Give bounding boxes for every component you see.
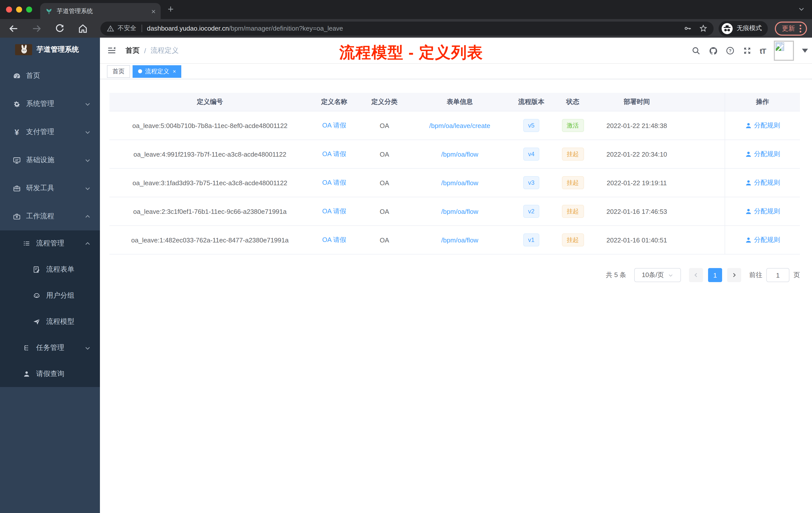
avatar[interactable]: [774, 41, 794, 61]
incognito-badge: 无痕模式: [719, 21, 768, 36]
form-link[interactable]: /bpm/oa/flow: [441, 236, 478, 244]
minimize-window-button[interactable]: [16, 6, 22, 12]
close-window-button[interactable]: [6, 6, 12, 12]
sidebar-item-process-model[interactable]: 流程模型: [0, 309, 100, 335]
sidebar-item-process-form[interactable]: 流程表单: [0, 256, 100, 282]
svg-text:?: ?: [729, 48, 731, 53]
form-link[interactable]: /bpm/oa/leave/create: [429, 122, 490, 129]
briefcase-icon: [12, 212, 21, 221]
sidebar-item-workflow[interactable]: 工作流程: [0, 202, 100, 231]
assign-rule-button[interactable]: 分配规则: [745, 150, 780, 159]
tag-close-icon[interactable]: ×: [173, 68, 176, 74]
url-text[interactable]: dashboard.yudao.iocoder.cn/bpm/manager/d…: [147, 25, 678, 32]
address-bar[interactable]: 不安全 dashboard.yudao.iocoder.cn/bpm/manag…: [100, 21, 714, 35]
security-label[interactable]: 不安全: [117, 24, 136, 33]
favicon-icon: [45, 7, 53, 15]
window-controls: [0, 6, 39, 12]
kebab-menu-icon[interactable]: [800, 24, 802, 32]
workflow-submenu: 流程管理 流程表单: [0, 231, 100, 387]
definition-id: oa_leave:1:482ec033-762a-11ec-8477-a2380…: [110, 236, 310, 244]
column-header: 定义分类: [358, 97, 411, 107]
assign-rule-button[interactable]: 分配规则: [745, 207, 780, 216]
sidebar-item-system[interactable]: 系统管理: [0, 90, 100, 118]
page-content: 定义编号 定义名称 定义分类 表单信息 流程版本 状态 部署时间 操作 oa_l…: [100, 79, 812, 282]
github-icon[interactable]: [708, 46, 718, 55]
user-icon: [23, 370, 31, 378]
page-size-select[interactable]: 10条/页: [634, 268, 681, 282]
reload-icon[interactable]: [54, 23, 65, 34]
current-page-button[interactable]: 1: [708, 268, 722, 282]
caret-down-icon[interactable]: [802, 49, 808, 53]
definition-id: oa_leave:3:1fad3d93-7b75-11ec-a3c8-acde4…: [110, 179, 310, 186]
next-page-button[interactable]: [727, 268, 741, 282]
form-link[interactable]: /bpm/oa/flow: [441, 150, 478, 158]
fullscreen-icon[interactable]: [743, 46, 752, 55]
sidebar-item-home[interactable]: 首页: [0, 62, 100, 90]
form-link[interactable]: /bpm/oa/flow: [441, 208, 478, 215]
table-row: oa_leave:5:004b710b-7b8a-11ec-8ef0-acde4…: [110, 112, 800, 140]
table-header-row: 定义编号 定义名称 定义分类 表单信息 流程版本 状态 部署时间 操作: [110, 93, 800, 112]
sidebar-item-label: 研发工具: [26, 184, 54, 193]
definition-id: oa_leave:4:991f2193-7b7f-11ec-a3c8-acde4…: [110, 150, 310, 158]
sidebar-item-label: 支付管理: [26, 127, 54, 137]
browser-tab[interactable]: 芋道管理系统 ×: [40, 3, 161, 19]
assign-rule-button[interactable]: 分配规则: [745, 178, 780, 187]
definition-name-link[interactable]: OA 请假: [322, 179, 346, 186]
list-icon: [23, 239, 31, 248]
divider: [141, 25, 142, 32]
column-header: 部署时间: [591, 97, 682, 107]
definition-name-link[interactable]: OA 请假: [322, 150, 346, 158]
chevron-down-icon: [84, 129, 91, 135]
security-warning-icon[interactable]: [107, 24, 115, 32]
column-header: 流程版本: [509, 97, 554, 107]
definition-name-link[interactable]: OA 请假: [322, 236, 346, 243]
tag-home[interactable]: 首页: [107, 65, 130, 78]
assign-rule-button[interactable]: 分配规则: [745, 121, 780, 130]
form-link[interactable]: /bpm/oa/flow: [441, 179, 478, 186]
status-badge: 挂起: [562, 148, 584, 161]
tab-close-icon[interactable]: ×: [151, 7, 156, 15]
browser-toolbar: 不安全 dashboard.yudao.iocoder.cn/bpm/manag…: [0, 19, 812, 38]
chevron-left-icon: [693, 272, 699, 278]
sidebar-item-task-management[interactable]: 任务管理: [0, 335, 100, 361]
breadcrumb-home[interactable]: 首页: [125, 46, 140, 55]
version-badge: v5: [523, 119, 539, 132]
update-label[interactable]: 更新: [782, 24, 795, 33]
font-size-icon[interactable]: tT: [760, 47, 766, 55]
bookmark-star-icon[interactable]: [699, 24, 707, 33]
tag-process-definition[interactable]: 流程定义 ×: [133, 65, 181, 78]
browser-update-button[interactable]: 更新: [775, 21, 807, 35]
home-icon[interactable]: [77, 23, 88, 34]
zoom-window-button[interactable]: [26, 6, 32, 12]
definition-category: OA: [358, 150, 411, 158]
assign-rule-button[interactable]: 分配规则: [745, 235, 780, 244]
paper-plane-icon: [33, 318, 41, 326]
page-size-value: 10条/页: [642, 271, 664, 280]
goto-page-input[interactable]: [766, 268, 789, 282]
definition-category: OA: [358, 236, 411, 244]
sidebar-item-infrastructure[interactable]: 基础设施: [0, 146, 100, 174]
new-tab-button[interactable]: +: [168, 3, 174, 15]
search-icon[interactable]: [692, 46, 700, 55]
sidebar-item-process-management[interactable]: 流程管理: [0, 231, 100, 256]
tab-search-icon[interactable]: [798, 5, 805, 12]
definition-name-link[interactable]: OA 请假: [322, 207, 346, 215]
sidebar-item-devtools[interactable]: 研发工具: [0, 174, 100, 202]
chevron-down-icon: [84, 344, 91, 351]
back-icon[interactable]: [8, 23, 19, 34]
help-icon[interactable]: ?: [726, 46, 735, 55]
definition-id: oa_leave:2:3c1f0ef1-76b1-11ec-9c66-a2380…: [110, 208, 310, 215]
pagination: 共 5 条 10条/页 1 前往 页: [110, 268, 800, 282]
sidebar-item-label: 用户分组: [46, 291, 74, 300]
forward-icon[interactable]: [31, 23, 42, 34]
sidebar: 芋道管理系统 首页 系统管理: [0, 38, 100, 513]
sidebar-item-payment[interactable]: ¥ 支付管理: [0, 118, 100, 146]
sidebar-item-user-group[interactable]: 用户分组: [0, 282, 100, 309]
sidebar-item-leave-query[interactable]: 请假查询: [0, 361, 100, 387]
prev-page-button[interactable]: [689, 268, 703, 282]
definition-name-link[interactable]: OA 请假: [322, 121, 346, 129]
app-logo-row[interactable]: 芋道管理系统: [0, 38, 100, 62]
sidebar-item-label: 首页: [26, 71, 40, 80]
sidebar-fold-icon[interactable]: [107, 46, 116, 55]
key-icon[interactable]: [684, 24, 692, 33]
